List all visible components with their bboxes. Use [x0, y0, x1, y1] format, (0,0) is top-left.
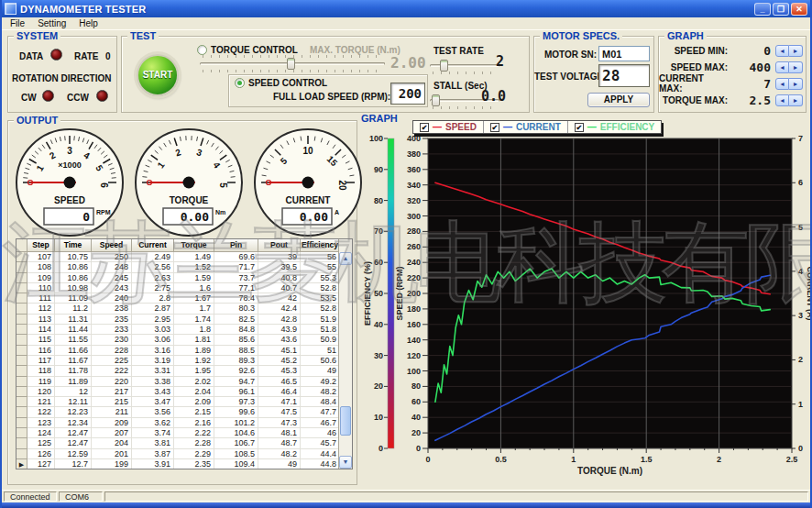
gauge-value: 0: [82, 210, 90, 224]
spin-right-icon[interactable]: ▸: [789, 94, 803, 106]
current-tick-label: 0: [798, 444, 803, 453]
table-cell: 89.3: [214, 356, 258, 366]
table-cell: 11.66: [55, 346, 92, 356]
status-bar: Connected COM6: [2, 490, 810, 502]
table-cell: 12: [55, 387, 92, 397]
column-header-step[interactable]: Step: [27, 239, 55, 252]
column-header-time[interactable]: Time: [55, 239, 92, 252]
table-cell: 84.8: [214, 325, 258, 335]
speed-tick-label: 240: [407, 258, 421, 267]
spin-left-icon[interactable]: ◂: [775, 78, 789, 90]
table-row[interactable]: 12612.592013.872.29108.548.244.4: [16, 449, 352, 459]
column-header-speed[interactable]: Speed: [92, 239, 132, 252]
table-row[interactable]: 11611.662283.161.8988.545.151: [16, 346, 352, 356]
stall-slider-thumb[interactable]: [432, 94, 440, 106]
spin-right-icon[interactable]: ▸: [789, 61, 803, 73]
max-torque-slider[interactable]: [200, 57, 385, 71]
table-cell: 250: [92, 252, 132, 262]
scrollbar-thumb[interactable]: [340, 406, 351, 436]
efficiency-tick-label: 80: [374, 196, 383, 205]
table-cell: 39: [258, 252, 301, 262]
table-cell: 2.63: [132, 273, 174, 283]
speed-tick-label: 140: [407, 336, 421, 345]
table-row[interactable]: 11010.982432.751.677.140.752.8: [16, 283, 352, 293]
table-row[interactable]: 11311.312352.951.7482.542.851.9: [16, 315, 352, 325]
table-row[interactable]: 11511.552303.061.8185.643.650.9: [16, 335, 352, 345]
test-voltage-field[interactable]: 28: [598, 64, 650, 87]
table-row[interactable]: 11811.782223.311.9592.645.349: [16, 366, 352, 376]
spin-left-icon[interactable]: ◂: [775, 61, 789, 73]
minimize-button[interactable]: _: [754, 3, 771, 16]
legend-checkbox-icon[interactable]: ✔: [420, 123, 429, 132]
table-row[interactable]: 10810.862482.561.5271.739.555: [16, 262, 352, 272]
app-icon: [5, 3, 16, 15]
table-cell: 2.95: [132, 315, 174, 325]
table-row[interactable]: 10910.862452.631.5973.740.855.3: [16, 273, 352, 283]
spin-left-icon[interactable]: ◂: [775, 94, 789, 106]
table-row[interactable]: 12212.232113.562.1599.647.547.7: [16, 407, 352, 417]
table-cell: 3.62: [132, 418, 174, 428]
table-cell: 82.5: [214, 315, 258, 325]
spin-right-icon[interactable]: ▸: [789, 45, 803, 57]
table-row[interactable]: 12512.472043.812.28106.748.745.7: [16, 438, 352, 448]
start-button[interactable]: START: [137, 54, 179, 96]
torque-control-radio[interactable]: [197, 45, 207, 55]
table-row[interactable]: 10710.752502.491.4969.63956: [16, 252, 352, 262]
full-load-speed-field[interactable]: 200: [390, 83, 425, 105]
spin-right-icon[interactable]: ▸: [789, 78, 803, 90]
table-row[interactable]: 11211.22382.871.780.342.452.8: [16, 304, 352, 314]
client-area: SYSTEM DATA RATE 0 ROTATION DIRECTION CW…: [2, 30, 810, 490]
menu-setting[interactable]: Setting: [31, 18, 72, 28]
menu-help[interactable]: Help: [72, 18, 104, 28]
table-row[interactable]: ▶12712.71993.912.35109.44944.8: [16, 459, 352, 469]
current-axis-title: CURRENT (A): [806, 267, 812, 321]
table-row[interactable]: 11411.442333.031.884.843.951.8: [16, 325, 352, 335]
column-header-torque[interactable]: Torque: [174, 239, 214, 252]
table-row[interactable]: 12412.472073.742.22104.648.146: [16, 428, 352, 438]
speed-control-label: SPEED CONTROL: [248, 78, 327, 88]
legend-line-icon: —: [503, 122, 512, 132]
speed-control-radio[interactable]: [235, 78, 245, 88]
status-filler: [104, 491, 808, 502]
table-row[interactable]: 120122173.432.0496.146.448.2: [16, 387, 352, 397]
spinner: ◂▸: [775, 61, 803, 73]
table-cell: 47.5: [258, 407, 301, 417]
table-row[interactable]: 11911.892203.382.0294.746.549.2: [16, 377, 352, 387]
x-axis-title: TORQUE (N.m): [577, 466, 642, 476]
table-cell: 3.03: [132, 325, 174, 335]
column-header-efficiency[interactable]: Efficiency: [301, 239, 340, 252]
restore-button[interactable]: ❐: [773, 3, 789, 16]
speed-tick-label: 360: [407, 165, 421, 174]
speed-tick-label: 260: [407, 242, 421, 251]
scroll-up-icon[interactable]: ▲: [339, 252, 352, 265]
legend-checkbox-icon[interactable]: ✔: [490, 123, 499, 132]
table-row[interactable]: 11711.672253.191.9289.345.250.6: [16, 356, 352, 366]
legend-line-icon: —: [587, 122, 597, 132]
motor-sn-label: MOTOR SN:: [542, 50, 597, 60]
motor-sn-field[interactable]: M01: [598, 46, 650, 61]
menu-file[interactable]: File: [4, 18, 31, 28]
output-panel-label: OUTPUT: [14, 115, 60, 126]
close-button[interactable]: ✕: [791, 3, 807, 16]
test-rate-slider[interactable]: [430, 59, 499, 72]
table-cell: 97.3: [214, 397, 258, 407]
table-cell: 1.74: [174, 315, 214, 325]
spin-left-icon[interactable]: ◂: [775, 45, 789, 57]
table-scrollbar[interactable]: ▲ ▼: [338, 239, 352, 469]
apply-button[interactable]: APPLY: [587, 93, 650, 107]
setting-value: 7: [733, 77, 771, 91]
table-cell: 101.2: [214, 418, 258, 428]
table-row[interactable]: 12312.342093.622.16101.247.346.7: [16, 418, 352, 428]
scroll-down-icon[interactable]: ▼: [339, 456, 352, 469]
table-row[interactable]: 11111.092402.81.6778.44253.5: [16, 293, 352, 304]
speed-tick-label: 340: [407, 181, 421, 190]
test-rate-slider-thumb[interactable]: [440, 60, 448, 72]
column-header-current[interactable]: Current: [132, 239, 174, 252]
table-cell: 108: [27, 262, 55, 272]
legend-checkbox-icon[interactable]: ✔: [575, 123, 584, 132]
max-torque-slider-thumb[interactable]: [287, 58, 295, 70]
column-header-pin[interactable]: Pin: [214, 239, 258, 252]
graph-setting-row: SPEED MIN:0◂▸: [659, 42, 806, 59]
column-header-pout[interactable]: Pout: [258, 239, 301, 252]
table-row[interactable]: 12112.112153.472.0997.347.148.4: [16, 397, 352, 407]
